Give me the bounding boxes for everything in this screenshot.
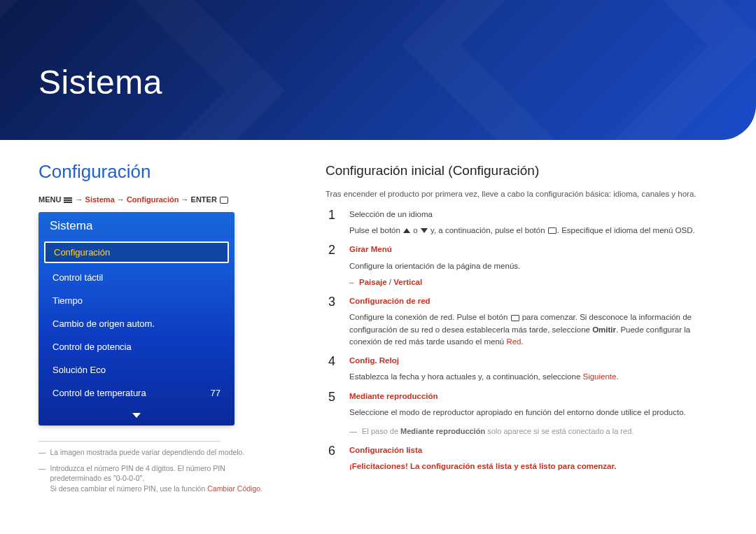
osd-item[interactable]: Cambio de origen autom.: [38, 312, 234, 335]
step-row: 5Mediante reproducciónSeleccione el modo…: [326, 391, 724, 419]
bc-path-configuracion: Configuración: [127, 195, 179, 204]
osd-item-label: Solución Eco: [52, 365, 106, 375]
osd-title: Sistema: [38, 212, 234, 239]
triangle-down-icon: [421, 228, 428, 233]
osd-item-value: 77: [211, 388, 220, 398]
osd-item[interactable]: Tiempo: [38, 289, 234, 312]
bc-menu-label: MENU: [38, 195, 61, 204]
step-row: 6Configuración lista¡Felicitaciones! La …: [326, 444, 724, 473]
osd-item-label: Configuración: [54, 247, 110, 258]
step-post-note: ― El paso de Mediante reproducción solo …: [349, 426, 724, 437]
intro-text: Tras encender el producto por primera ve…: [326, 188, 724, 200]
osd-item-label: Cambio de origen autom.: [52, 318, 155, 329]
step-row: 3Configuración de redConfigure la conexi…: [326, 295, 724, 348]
osd-item[interactable]: Configuración: [44, 241, 229, 263]
step-body: Girar MenúConfigure la orientación de la…: [349, 244, 724, 288]
step-body: Configuración lista¡Felicitaciones! La c…: [349, 444, 724, 473]
divider: [38, 441, 220, 442]
osd-item[interactable]: Control táctil: [38, 266, 234, 289]
osd-more-below[interactable]: [38, 405, 234, 426]
step-number: 2: [326, 244, 338, 258]
step-number: 6: [326, 444, 338, 458]
breadcrumb: MENU → Sistema → Configuración → ENTER: [38, 195, 290, 204]
step-body: Selección de un idiomaPulse el botón o y…: [349, 209, 724, 237]
osd-item[interactable]: Solución Eco: [38, 358, 234, 381]
left-column: Configuración MENU → Sistema → Configura…: [38, 161, 290, 494]
step-body: Mediante reproducciónSeleccione el modo …: [349, 391, 724, 419]
step-row: 1Selección de un idiomaPulse el botón o …: [326, 209, 724, 237]
content-area: Configuración MENU → Sistema → Configura…: [0, 140, 756, 508]
footnote: ―Introduzca el número PIN de 4 dígitos. …: [38, 463, 262, 494]
right-column: Configuración inicial (Configuración) Tr…: [326, 161, 724, 494]
step-body: Config. RelojEstablezca la fecha y hora …: [349, 355, 724, 384]
osd-item-label: Control de potencia: [52, 342, 132, 352]
bc-path-sistema: Sistema: [85, 195, 115, 204]
step-row: 4Config. RelojEstablezca la fecha y hora…: [326, 355, 724, 384]
osd-item-label: Control de temperatura: [52, 388, 146, 398]
step-number: 1: [326, 209, 338, 223]
footnote: ―La imagen mostrada puede variar dependi…: [38, 447, 262, 458]
step-row: 2Girar MenúConfigure la orientación de l…: [326, 244, 724, 288]
bc-enter-label: ENTER: [191, 195, 217, 204]
hero-banner: Sistema: [0, 0, 756, 140]
step-number: 5: [326, 391, 338, 405]
section-title: Configuración: [38, 161, 290, 183]
step-body: Configuración de redConfigure la conexió…: [349, 295, 724, 348]
chevron-down-icon: [132, 413, 141, 418]
step-number: 4: [326, 355, 338, 369]
page-title: Sistema: [38, 63, 162, 101]
enter-icon: [219, 197, 229, 204]
step-number: 3: [326, 295, 338, 309]
subheading: Configuración inicial (Configuración): [326, 161, 724, 181]
osd-item[interactable]: Control de temperatura77: [38, 381, 234, 405]
osd-item[interactable]: Control de potencia: [38, 335, 234, 358]
osd-item-label: Tiempo: [52, 295, 83, 306]
triangle-up-icon: [403, 228, 410, 233]
menu-icon: [63, 197, 73, 204]
enter-icon: [511, 315, 519, 321]
enter-icon: [548, 227, 556, 234]
osd-menu: Sistema ConfiguraciónControl táctilTiemp…: [38, 212, 234, 426]
osd-item-label: Control táctil: [52, 272, 103, 283]
